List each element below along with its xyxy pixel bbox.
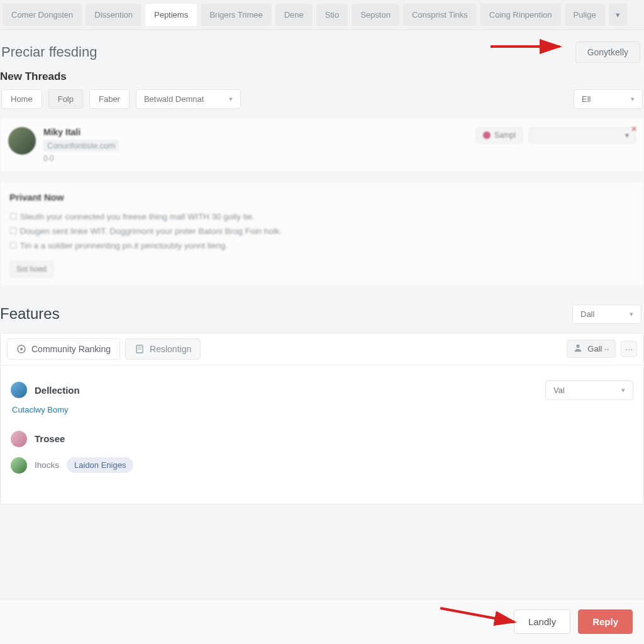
thread-domain: Conurifontiste.com xyxy=(43,140,119,152)
tab-reslontign[interactable]: Reslontign xyxy=(125,338,201,360)
feature-val-select[interactable]: Val ▾ xyxy=(545,380,633,400)
feature-row-trosee: Trosee xyxy=(11,426,633,452)
filter-folp[interactable]: Folp xyxy=(48,89,83,109)
tab-2[interactable]: Peptiems xyxy=(145,4,197,26)
private-line-0: Sleuth your connected you freese thing m… xyxy=(9,210,635,225)
chevron-down-icon: ▾ xyxy=(625,131,629,140)
filter-home[interactable]: Home xyxy=(1,89,42,109)
thread-dropdown[interactable]: ▾ xyxy=(529,127,636,143)
chevron-down-icon: ▾ xyxy=(631,95,635,103)
feature-val-select-label: Val xyxy=(553,386,565,395)
avatar xyxy=(11,431,27,447)
feature-text: Ihocks xyxy=(35,460,59,470)
user-icon xyxy=(574,343,582,354)
panel-more-button[interactable]: ··· xyxy=(621,341,637,357)
chevron-down-icon: ▾ xyxy=(621,386,625,394)
note-icon xyxy=(135,344,145,354)
tab-more[interactable]: ▾ xyxy=(609,4,628,26)
annotation-arrow-top xyxy=(491,39,572,54)
sort-select-label: Betwald Demnat xyxy=(144,94,204,104)
tab-reslontign-label: Reslontign xyxy=(150,344,191,354)
tab-4[interactable]: Dene xyxy=(275,4,313,26)
avatar xyxy=(8,127,36,155)
panel-user-chip[interactable]: Gall ·· xyxy=(567,340,616,358)
sort-select[interactable]: Betwald Demnat ▾ xyxy=(136,89,241,109)
right-select[interactable]: Ell ▾ xyxy=(574,89,643,109)
thread-card[interactable]: Miky Itali Conurifontiste.com 0·0 Sampl … xyxy=(0,118,644,172)
new-threads-heading: New Threads xyxy=(0,68,644,89)
feature-row-ihocks: Ihocks Laidon Eniges xyxy=(11,452,633,479)
chevron-down-icon: ▾ xyxy=(630,310,633,318)
tab-3[interactable]: Brigers Trimee xyxy=(201,4,272,26)
features-panel: Community Ranking Reslontign Gall ·· ···… xyxy=(0,333,644,504)
feature-tag[interactable]: Laidon Eniges xyxy=(67,457,133,473)
panel-tabs: Community Ranking Reslontign Gall ·· ··· xyxy=(1,333,643,365)
thread-chip-label: Sampl xyxy=(494,131,516,140)
thread-chip[interactable]: Sampl xyxy=(476,127,523,143)
tab-1[interactable]: Dissention xyxy=(86,4,142,26)
tab-0[interactable]: Comer Dongsten xyxy=(3,4,82,26)
annotation-arrow-bottom xyxy=(440,603,528,628)
feature-name: Dellection xyxy=(35,385,80,396)
thread-author: Miky Itali xyxy=(43,127,469,137)
user-dot-icon xyxy=(483,131,491,139)
footer-primary-button[interactable]: Reply xyxy=(578,609,633,634)
private-line-1: Dougen sent linke WIT. Doggrimont your p… xyxy=(9,225,635,239)
private-now-button[interactable]: Sot hoed xyxy=(9,261,53,277)
svg-point-2 xyxy=(20,348,23,350)
tab-community-ranking[interactable]: Community Ranking xyxy=(7,338,120,360)
panel-user-chip-label: Gall ·· xyxy=(587,344,609,353)
features-right-select-label: Dall xyxy=(580,309,594,319)
tab-8[interactable]: Coing Rinpention xyxy=(480,4,561,26)
new-threads-filter-row: Home Folp Faber Betwald Demnat ▾ Ell ▾ xyxy=(0,89,644,118)
target-icon xyxy=(16,344,26,354)
filter-faber[interactable]: Faber xyxy=(89,89,130,109)
private-now-heading: Privant Now xyxy=(9,192,635,203)
feature-row-dellection: Dellection Val ▾ xyxy=(11,375,633,405)
features-right-select[interactable]: Dall ▾ xyxy=(572,304,641,324)
page-title: Preciar ffesding xyxy=(1,44,97,60)
top-right-button[interactable]: Gonytkelly xyxy=(575,42,640,63)
tab-6[interactable]: Sepston xyxy=(352,4,399,26)
avatar xyxy=(11,382,27,398)
footer: Landly Reply xyxy=(0,599,644,644)
feature-name: Trosee xyxy=(35,433,65,444)
svg-line-7 xyxy=(440,608,514,622)
right-select-label: Ell xyxy=(582,94,591,104)
top-tabbar: Comer Dongsten Dissention Peptiems Brige… xyxy=(0,0,644,30)
chevron-down-icon: ▾ xyxy=(229,95,233,103)
feature-subtitle-link[interactable]: Cutaclwy Bomy xyxy=(11,405,633,414)
close-icon[interactable]: ✕ xyxy=(631,125,637,133)
thread-meta: 0·0 xyxy=(43,154,469,163)
svg-point-6 xyxy=(577,345,580,348)
tab-5[interactable]: Stio xyxy=(316,4,348,26)
private-line-2: Tin a a soldier pronnenting pn.it pencto… xyxy=(9,239,635,253)
tab-7[interactable]: Consprist Tinks xyxy=(403,4,477,26)
tab-community-ranking-label: Community Ranking xyxy=(31,344,111,354)
avatar xyxy=(11,457,27,474)
features-heading: Features xyxy=(0,305,60,323)
private-now-block: Privant Now Sleuth your connected you fr… xyxy=(0,181,644,287)
tab-9[interactable]: Pulige xyxy=(565,4,605,26)
